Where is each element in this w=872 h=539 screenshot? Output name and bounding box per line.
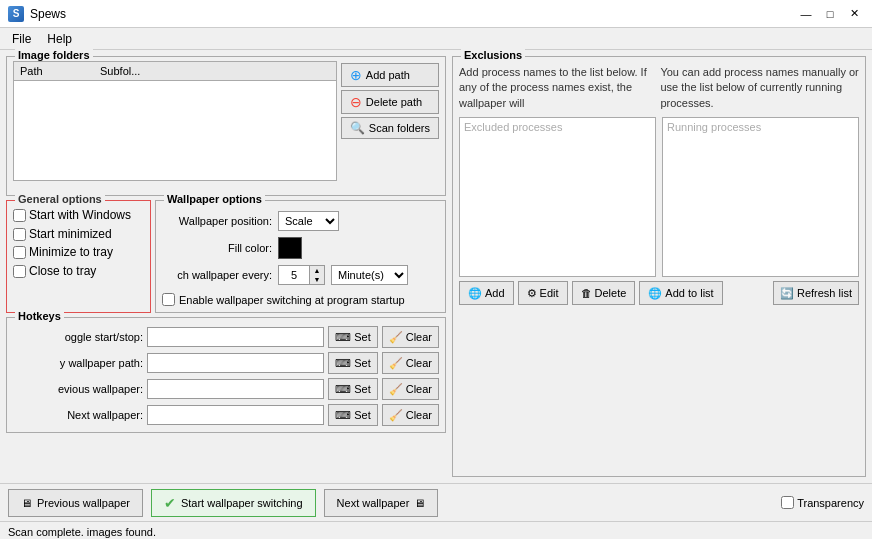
transparency-checkbox[interactable]	[781, 496, 794, 509]
running-processes-list[interactable]: Running processes	[662, 117, 859, 277]
checkbox-minimize-tray: Minimize to tray	[13, 245, 144, 261]
maximize-button[interactable]: □	[820, 5, 840, 23]
add-exclusion-icon: 🌐	[468, 287, 482, 300]
hotkey-label-1: y wallpaper path:	[13, 357, 143, 369]
clear-icon-3: 🧹	[389, 409, 403, 422]
prev-wallpaper-button[interactable]: 🖥 Previous wallpaper	[8, 489, 143, 517]
clear-button-3[interactable]: 🧹 Clear	[382, 404, 439, 426]
folders-table[interactable]: Path Subfol...	[13, 61, 337, 181]
checkbox-minimize-tray-input[interactable]	[13, 246, 26, 259]
set-button-3[interactable]: ⌨ Set	[328, 404, 378, 426]
fill-color-box[interactable]	[278, 237, 302, 259]
hotkeys-label: Hotkeys	[15, 310, 64, 322]
clear-icon-0: 🧹	[389, 331, 403, 344]
checkbox-start-minimized-input[interactable]	[13, 228, 26, 241]
hotkey-label-0: oggle start/stop:	[13, 331, 143, 343]
hotkey-row-0: oggle start/stop: ⌨ Set 🧹 Clear	[13, 326, 439, 348]
set-icon-3: ⌨	[335, 409, 351, 422]
clear-button-2[interactable]: 🧹 Clear	[382, 378, 439, 400]
hotkey-row-1: y wallpaper path: ⌨ Set 🧹 Clear	[13, 352, 439, 374]
exclusions-desc1: Add process names to the list below. If …	[459, 66, 647, 109]
exclusions-section: Exclusions Add process names to the list…	[452, 56, 866, 477]
delete-exclusion-button[interactable]: 🗑 Delete	[572, 281, 636, 305]
refresh-list-button[interactable]: 🔄 Refresh list	[773, 281, 859, 305]
refresh-list-icon: 🔄	[780, 287, 794, 300]
transparency-row: Transparency	[781, 496, 864, 509]
hotkey-row-2: evious wallpaper: ⌨ Set 🧹 Clear	[13, 378, 439, 400]
add-to-list-button[interactable]: 🌐 Add to list	[639, 281, 722, 305]
hotkey-input-1[interactable]	[147, 353, 324, 373]
table-header: Path Subfol...	[14, 62, 336, 81]
next-wallpaper-button[interactable]: Next wallpaper 🖥	[324, 489, 439, 517]
window-controls: — □ ✕	[796, 5, 864, 23]
clear-button-0[interactable]: 🧹 Clear	[382, 326, 439, 348]
set-icon-2: ⌨	[335, 383, 351, 396]
exclusions-label: Exclusions	[461, 49, 525, 61]
interval-input[interactable]	[278, 265, 310, 285]
checkbox-start-windows: Start with Windows	[13, 208, 144, 224]
add-exclusion-button[interactable]: 🌐 Add	[459, 281, 514, 305]
exclusions-desc-right: You can add process names manually or us…	[660, 65, 859, 111]
minimize-button[interactable]: —	[796, 5, 816, 23]
transparency-label: Transparency	[797, 497, 864, 509]
enable-switching-label: Enable wallpaper switching at program st…	[179, 294, 405, 306]
enable-switching-row: Enable wallpaper switching at program st…	[162, 293, 439, 306]
lower-left: General options Start with Windows Start…	[6, 200, 446, 313]
start-switching-button[interactable]: ✔ Start wallpaper switching	[151, 489, 316, 517]
prev-wallpaper-icon: 🖥	[21, 497, 32, 509]
excluded-processes-list[interactable]: Excluded processes	[459, 117, 656, 277]
window-title: Spews	[30, 7, 66, 21]
scan-icon: 🔍	[350, 121, 365, 135]
running-processes-panel: Running processes	[662, 117, 859, 277]
checkbox-start-minimized: Start minimized	[13, 227, 144, 243]
right-panel: Exclusions Add process names to the list…	[452, 56, 866, 477]
enable-switching-checkbox[interactable]	[162, 293, 175, 306]
hotkey-input-2[interactable]	[147, 379, 324, 399]
interval-unit-select[interactable]: Minute(s) Hour(s) Second(s)	[331, 265, 408, 285]
clear-icon-1: 🧹	[389, 357, 403, 370]
general-options-label: General options	[15, 193, 105, 205]
hotkey-input-0[interactable]	[147, 327, 324, 347]
clear-button-1[interactable]: 🧹 Clear	[382, 352, 439, 374]
col-subfol: Subfol...	[98, 64, 142, 78]
checkbox-close-tray-input[interactable]	[13, 265, 26, 278]
image-folders-label: Image folders	[15, 49, 93, 61]
set-button-0[interactable]: ⌨ Set	[328, 326, 378, 348]
spin-up-button[interactable]: ▲	[310, 266, 324, 275]
delete-path-button[interactable]: ⊖ Delete path	[341, 90, 439, 114]
close-button[interactable]: ✕	[844, 5, 864, 23]
exclusions-panels: Excluded processes Running processes	[459, 117, 859, 277]
scan-folders-button[interactable]: 🔍 Scan folders	[341, 117, 439, 139]
image-folders-section: Image folders Path Subfol... ⊕ Add path …	[6, 56, 446, 196]
exclusions-desc2: You can add process names manually or us…	[660, 66, 858, 109]
edit-exclusion-button[interactable]: ⚙ Edit	[518, 281, 568, 305]
general-options-section: General options Start with Windows Start…	[6, 200, 151, 313]
delete-path-icon: ⊖	[350, 94, 362, 110]
add-path-button[interactable]: ⊕ Add path	[341, 63, 439, 87]
wp-interval-label: ch wallpaper every:	[162, 269, 272, 281]
set-button-1[interactable]: ⌨ Set	[328, 352, 378, 374]
set-icon-0: ⌨	[335, 331, 351, 344]
excluded-processes-panel: Excluded processes	[459, 117, 656, 277]
exclusions-actions: 🌐 Add ⚙ Edit 🗑 Delete 🌐 Add to list 🔄	[459, 281, 859, 305]
checkbox-start-windows-input[interactable]	[13, 209, 26, 222]
spin-down-button[interactable]: ▼	[310, 275, 324, 284]
menu-file[interactable]: File	[4, 30, 39, 47]
set-button-2[interactable]: ⌨ Set	[328, 378, 378, 400]
hotkey-label-3: Next wallpaper:	[13, 409, 143, 421]
bottom-bar: 🖥 Previous wallpaper ✔ Start wallpaper s…	[0, 483, 872, 521]
left-panel: Image folders Path Subfol... ⊕ Add path …	[6, 56, 446, 477]
hotkey-input-3[interactable]	[147, 405, 324, 425]
wp-position-row: Wallpaper position: Scale Stretch Fit Ti…	[162, 211, 439, 231]
hotkey-label-2: evious wallpaper:	[13, 383, 143, 395]
hotkeys-section: Hotkeys oggle start/stop: ⌨ Set 🧹 Clear …	[6, 317, 446, 433]
wallpaper-options-section: Wallpaper options Wallpaper position: Sc…	[155, 200, 446, 313]
add-to-list-icon: 🌐	[648, 287, 662, 300]
wallpaper-options-label: Wallpaper options	[164, 193, 265, 205]
status-bar: Scan complete. images found.	[0, 521, 872, 539]
menu-help[interactable]: Help	[39, 30, 80, 47]
wp-position-select[interactable]: Scale Stretch Fit Tile Center	[278, 211, 339, 231]
set-icon-1: ⌨	[335, 357, 351, 370]
wp-interval-row: ch wallpaper every: ▲ ▼ Minute(s) Hour(s…	[162, 265, 439, 285]
status-text: Scan complete. images found.	[8, 526, 156, 538]
